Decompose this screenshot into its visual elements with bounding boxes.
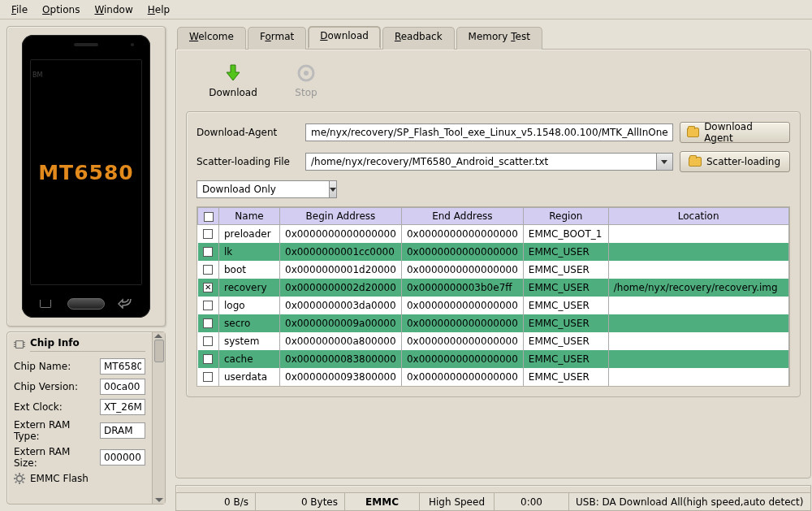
tabbar: Welcome Format Download Readback Memory … bbox=[175, 26, 811, 49]
cell-end: 0x0000000000000000 bbox=[401, 243, 523, 261]
mode-dropdown-button[interactable] bbox=[330, 180, 337, 198]
scatter-file-label: Scatter-loading File bbox=[197, 156, 299, 167]
cell-region: EMMC_USER bbox=[523, 332, 608, 350]
row-checkbox[interactable] bbox=[203, 301, 213, 310]
phone-chip-text: MT6580 bbox=[38, 161, 134, 184]
cell-location bbox=[608, 314, 788, 332]
cell-name: lk bbox=[219, 243, 280, 261]
col-begin[interactable]: Begin Address bbox=[280, 208, 402, 225]
cell-region: EMMC_USER bbox=[523, 350, 608, 368]
stop-button: Stop bbox=[282, 63, 330, 98]
cell-begin: 0x0000000001d20000 bbox=[280, 261, 402, 279]
tab-download[interactable]: Download bbox=[308, 26, 381, 49]
status-time: 0:00 bbox=[495, 493, 569, 510]
gear-icon bbox=[14, 473, 25, 484]
col-region[interactable]: Region bbox=[523, 208, 608, 225]
chip-info-title: Chip Info bbox=[30, 337, 145, 352]
table-row[interactable]: secro0x0000000009a000000x000000000000000… bbox=[198, 314, 789, 332]
tab-welcome[interactable]: Welcome bbox=[177, 27, 246, 50]
folder-icon bbox=[687, 128, 700, 137]
scatter-file-input[interactable] bbox=[305, 153, 657, 171]
svg-rect-0 bbox=[16, 341, 24, 349]
svg-line-13 bbox=[23, 482, 24, 483]
row-checkbox[interactable] bbox=[203, 354, 213, 364]
table-row[interactable]: userdata0x00000000938000000x000000000000… bbox=[198, 368, 789, 386]
table-row[interactable]: boot0x0000000001d200000x0000000000000000… bbox=[198, 261, 789, 279]
status-bytes: 0 Bytes bbox=[256, 493, 345, 510]
download-agent-input[interactable] bbox=[305, 123, 673, 141]
cell-end: 0x0000000000000000 bbox=[401, 261, 523, 279]
table-row[interactable]: cache0x00000000838000000x000000000000000… bbox=[198, 350, 789, 368]
cell-begin: 0x0000000083800000 bbox=[280, 350, 402, 368]
cell-location bbox=[608, 332, 788, 350]
chip-name-input[interactable] bbox=[100, 358, 145, 375]
cell-name: system bbox=[219, 332, 280, 350]
cell-begin: 0x0000000009a00000 bbox=[280, 314, 402, 332]
cell-region: EMMC_USER bbox=[523, 261, 608, 279]
folder-icon bbox=[689, 157, 702, 167]
ram-size-label: Extern RAM Size: bbox=[14, 446, 95, 469]
ram-size-input[interactable] bbox=[100, 449, 145, 466]
scatter-dropdown-button[interactable] bbox=[657, 153, 673, 171]
ext-clock-input[interactable] bbox=[100, 399, 145, 415]
progress-bar bbox=[175, 485, 811, 493]
download-icon bbox=[222, 63, 244, 84]
cell-begin: 0x000000000a800000 bbox=[280, 332, 402, 350]
row-checkbox[interactable] bbox=[203, 265, 213, 275]
cell-location bbox=[608, 225, 788, 243]
table-row[interactable]: lk0x0000000001cc00000x0000000000000000EM… bbox=[198, 243, 789, 261]
download-mode-select[interactable] bbox=[197, 180, 330, 198]
menu-file[interactable]: File bbox=[5, 2, 34, 17]
menu-window[interactable]: Window bbox=[88, 2, 139, 17]
row-checkbox[interactable] bbox=[203, 247, 213, 257]
cell-region: EMMC_USER bbox=[523, 314, 608, 332]
chip-name-label: Chip Name: bbox=[14, 361, 95, 372]
phone-home-icon bbox=[67, 298, 105, 310]
svg-line-12 bbox=[15, 474, 17, 476]
chip-version-input[interactable] bbox=[100, 379, 145, 395]
row-checkbox[interactable] bbox=[203, 336, 213, 346]
stop-label: Stop bbox=[295, 87, 317, 98]
cell-name: cache bbox=[219, 350, 280, 368]
tab-memory-test[interactable]: Memory Test bbox=[456, 27, 542, 50]
phone-back-icon bbox=[118, 297, 132, 311]
table-row[interactable]: logo0x0000000003da00000x0000000000000000… bbox=[198, 297, 789, 314]
row-checkbox[interactable] bbox=[203, 229, 213, 239]
row-checkbox[interactable] bbox=[203, 372, 213, 382]
stop-icon bbox=[296, 63, 317, 84]
menu-options[interactable]: Options bbox=[36, 2, 86, 17]
col-location[interactable]: Location bbox=[608, 208, 788, 225]
cell-begin: 0x0000000003da0000 bbox=[280, 297, 402, 314]
table-row[interactable]: recovery0x0000000002d200000x0000000003b0… bbox=[198, 279, 789, 297]
cell-location bbox=[608, 368, 788, 386]
download-agent-button[interactable]: Download Agent bbox=[680, 122, 790, 143]
cell-location bbox=[608, 243, 788, 261]
tab-readback[interactable]: Readback bbox=[382, 27, 455, 50]
tab-format[interactable]: Format bbox=[248, 27, 306, 50]
row-checkbox[interactable] bbox=[203, 283, 213, 292]
table-row[interactable]: preloader0x00000000000000000x00000000000… bbox=[198, 225, 789, 243]
cell-location: /home/nyx/recovery/recovery.img bbox=[608, 279, 788, 297]
phone-preview: BM MT6580 bbox=[6, 26, 166, 327]
scatter-loading-button[interactable]: Scatter-loading bbox=[680, 151, 790, 172]
table-row[interactable]: system0x000000000a8000000x00000000000000… bbox=[198, 332, 789, 350]
status-usb: USB: DA Download All(high speed,auto det… bbox=[569, 493, 810, 510]
col-end[interactable]: End Address bbox=[401, 208, 523, 225]
col-name[interactable]: Name bbox=[219, 208, 280, 225]
select-all-checkbox[interactable] bbox=[204, 212, 214, 222]
menu-help[interactable]: Help bbox=[141, 2, 176, 17]
chip-scrollbar[interactable] bbox=[152, 332, 165, 504]
ram-type-input[interactable] bbox=[100, 422, 145, 439]
phone-menu-icon bbox=[40, 300, 51, 308]
menubar: File Options Window Help bbox=[0, 0, 812, 19]
download-button[interactable]: Download bbox=[209, 63, 257, 98]
status-speed: High Speed bbox=[420, 493, 495, 510]
cell-begin: 0x0000000000000000 bbox=[280, 225, 402, 243]
row-checkbox[interactable] bbox=[203, 318, 213, 328]
cell-end: 0x0000000003b0e7ff bbox=[401, 279, 523, 297]
chip-version-label: Chip Version: bbox=[14, 381, 95, 392]
phone-brand: BM bbox=[32, 71, 42, 79]
cell-name: boot bbox=[219, 261, 280, 279]
cell-location bbox=[608, 261, 788, 279]
cell-end: 0x0000000000000000 bbox=[401, 368, 523, 386]
